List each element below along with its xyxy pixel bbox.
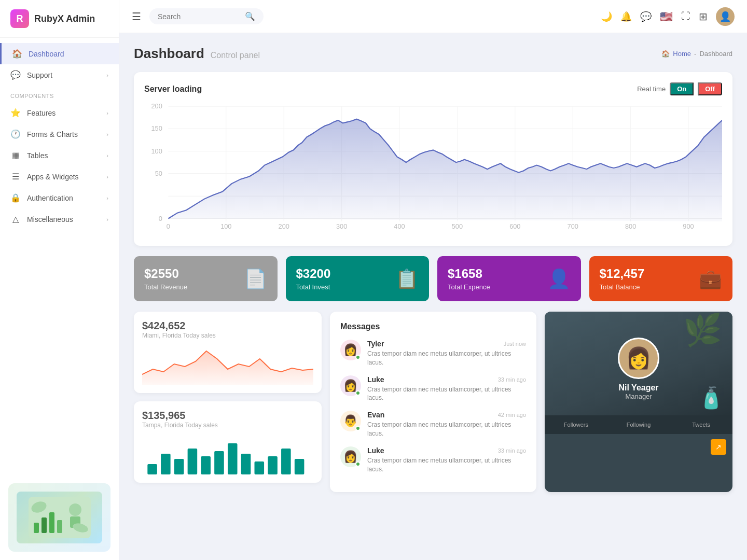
svg-text:500: 500: [452, 223, 463, 230]
toggle-off-button[interactable]: Off: [698, 82, 722, 95]
message-item: 👩 Luke 33 min ago Cras tempor diam nec m…: [340, 446, 526, 474]
profile-stat-tweets: Tweets: [670, 422, 732, 428]
evan-text: Cras tempor diam nec metus ullamcorper, …: [367, 421, 526, 438]
logo-text: RubyX Admin: [34, 13, 95, 24]
chat-icon[interactable]: 💬: [640, 11, 652, 22]
followers-label: Followers: [545, 422, 607, 428]
stat-amount: $12,457: [600, 267, 645, 281]
profile-action-button[interactable]: ↗: [711, 439, 726, 455]
logo-icon: R: [10, 9, 29, 28]
luke-message: Luke 33 min ago Cras tempor diam nec met…: [367, 375, 526, 403]
svg-rect-44: [214, 451, 224, 474]
sidebar-item-label: Forms & Charts: [27, 130, 78, 138]
authentication-icon: 🔒: [10, 193, 21, 203]
profile-role: Manager: [625, 393, 652, 400]
tampa-sales-card: $135,965 Tampa, Florida Today sales: [134, 401, 322, 483]
moon-icon[interactable]: 🌙: [601, 11, 612, 22]
invest-icon: 📋: [395, 268, 419, 290]
profile-card: 🌿 🧴 👩 Nil Yeager Manager: [545, 312, 732, 492]
svg-text:0: 0: [167, 223, 170, 230]
chevron-icon: ›: [106, 174, 108, 180]
expand-icon[interactable]: ⛶: [681, 11, 690, 22]
search-input[interactable]: [158, 12, 241, 21]
sidebar-item-apps-widgets[interactable]: ☰ Apps & Widgets ›: [0, 166, 119, 187]
bottom-grid: $424,652 Miami, Florida Today sales: [134, 312, 732, 492]
sidebar-logo: R RubyX Admin: [0, 0, 119, 38]
svg-text:150: 150: [151, 125, 162, 133]
evan-avatar: 👨: [340, 411, 361, 431]
miscellaneous-icon: △: [10, 214, 21, 224]
svg-text:100: 100: [151, 148, 162, 155]
svg-rect-40: [161, 454, 171, 474]
grid-icon[interactable]: ⊞: [699, 10, 708, 23]
flag-icon[interactable]: 🇺🇸: [660, 10, 673, 23]
profile-stats: Followers Following Tweets: [545, 415, 732, 434]
sidebar-item-tables[interactable]: ▦ Tables ›: [0, 145, 119, 166]
hamburger-button[interactable]: ☰: [132, 10, 141, 23]
sidebar-item-label: Tables: [27, 151, 48, 160]
page-header: Dashboard Control panel 🏠 Home - Dashboa…: [134, 46, 732, 62]
svg-text:900: 900: [683, 223, 694, 230]
messages-title: Messages: [340, 322, 526, 331]
sidebar-item-forms-charts[interactable]: 🕐 Forms & Charts ›: [0, 123, 119, 145]
sidebar-item-authentication[interactable]: 🔒 Authentication ›: [0, 187, 119, 208]
tweets-label: Tweets: [670, 422, 732, 428]
sidebar-item-label: Dashboard: [29, 50, 64, 58]
search-icon: 🔍: [245, 11, 255, 21]
profile-name: Nil Yeager: [618, 383, 658, 393]
stat-label: Total Balance: [600, 283, 645, 291]
svg-rect-39: [147, 464, 157, 474]
svg-text:200: 200: [279, 223, 289, 230]
breadcrumb-home[interactable]: Home: [673, 50, 691, 58]
evan-name: Evan: [367, 411, 384, 419]
stat-label: Total Expence: [448, 283, 490, 291]
following-label: Following: [607, 422, 670, 428]
sales-column: $424,652 Miami, Florida Today sales: [134, 312, 322, 492]
tyler-time: Just now: [504, 341, 526, 347]
sidebar-item-label: Support: [27, 71, 52, 79]
chart-svg: 200 150 100 50 0 0 100 200 300 400 500 6…: [144, 101, 722, 235]
luke2-text: Cras tempor diam nec metus ullamcorper, …: [367, 456, 526, 474]
tampa-chart: [142, 433, 313, 474]
luke2-time: 33 min ago: [498, 447, 526, 454]
stat-card-revenue: $2550 Total Revenue 📄: [134, 256, 278, 301]
evan-time: 42 min ago: [498, 412, 526, 418]
stat-label: Total Invest: [296, 283, 331, 291]
sidebar-item-dashboard[interactable]: 🏠 Dashboard: [0, 43, 119, 64]
sidebar-item-miscellaneous[interactable]: △ Miscellaneous ›: [0, 208, 119, 230]
toggle-on-button[interactable]: On: [670, 82, 694, 95]
support-icon: 💬: [10, 70, 21, 80]
message-item: 👩 Tyler Just now Cras tempor diam nec me…: [340, 340, 526, 367]
sidebar-item-features[interactable]: ⭐ Features ›: [0, 102, 119, 123]
server-loading-chart: 200 150 100 50 0 0 100 200 300 400 500 6…: [144, 101, 722, 235]
stat-card-balance: $12,457 Total Balance 💼: [589, 256, 733, 301]
svg-text:700: 700: [568, 223, 578, 230]
luke-time: 33 min ago: [498, 376, 526, 383]
message-item: 👩 Luke 33 min ago Cras tempor diam nec m…: [340, 375, 526, 403]
user-avatar[interactable]: 👤: [716, 7, 735, 26]
breadcrumb-separator: -: [694, 50, 696, 58]
stat-amount: $3200: [296, 267, 331, 281]
stat-card-invest: $3200 Total Invest 📋: [286, 256, 430, 301]
page-title-group: Dashboard Control panel: [134, 46, 260, 62]
sidebar-item-label: Apps & Widgets: [27, 173, 79, 181]
miami-sparkline: [142, 343, 313, 385]
profile-stat-following: Following: [607, 422, 670, 428]
tampa-sales-label: Tampa, Florida Today sales: [142, 422, 313, 429]
stat-card-expense: $1658 Total Expence 👤: [437, 256, 581, 301]
realtime-group: Real time On Off: [637, 82, 722, 95]
message-item: 👨 Evan 42 min ago Cras tempor diam nec m…: [340, 411, 526, 438]
svg-text:300: 300: [336, 223, 347, 230]
tyler-text: Cras tempor diam nec metus ullamcorper, …: [367, 349, 526, 367]
balance-icon: 💼: [699, 268, 722, 290]
expense-icon: 👤: [547, 268, 571, 290]
bell-icon[interactable]: 🔔: [620, 11, 632, 22]
search-box: 🔍: [149, 8, 264, 24]
stat-label: Total Revenue: [144, 283, 187, 291]
components-section-label: Components: [0, 86, 119, 102]
sidebar-item-support[interactable]: 💬 Support ›: [0, 64, 119, 86]
profile-background: 🌿 🧴 👩 Nil Yeager Manager: [545, 312, 732, 415]
svg-point-5: [69, 503, 81, 516]
miami-sales-label: Miami, Florida Today sales: [142, 332, 313, 339]
home-icon: 🏠: [661, 50, 670, 58]
